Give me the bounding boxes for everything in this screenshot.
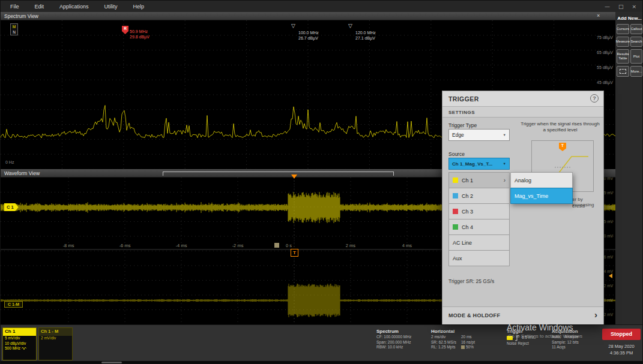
expand-chevron-icon: › xyxy=(594,309,597,320)
add-new-sidebar: Add New... Cursors Callout Measure Searc… xyxy=(615,12,643,324)
maximize-icon[interactable]: □ xyxy=(618,4,624,10)
trigger-dialog-title: TRIGGER xyxy=(448,95,479,103)
stopped-button[interactable]: Stopped xyxy=(602,329,641,340)
add-callout-button[interactable]: Callout xyxy=(630,24,642,34)
menu-item-label: Ch 3 xyxy=(462,209,473,215)
expansion-point-icon xyxy=(274,243,279,248)
spectrum-panel-title: Spectrum xyxy=(376,328,427,335)
waveform-view-title: Waveform View xyxy=(4,170,40,176)
spectrum-y-label: 65 dBµV xyxy=(583,50,613,55)
add-cursors-button[interactable]: Cursors xyxy=(617,24,629,34)
spectrum-view-title: Spectrum View xyxy=(4,13,38,19)
trigger-dialog: TRIGGER ? SETTINGS Trigger Type Edge ▼ T… xyxy=(442,91,604,324)
time-label: -6 ms xyxy=(113,243,137,248)
ch1-color-chip xyxy=(453,178,458,183)
source-menu-item-ch1[interactable]: Ch 1 › xyxy=(448,172,510,188)
trigger-dialog-header[interactable]: TRIGGER ? xyxy=(442,91,603,107)
marker-v1-frequency: 100.0 MHz xyxy=(298,31,319,35)
add-measure-button[interactable]: Measure xyxy=(617,37,629,47)
time-label: 2 ms xyxy=(339,243,363,248)
date-label: 28 May 2020 xyxy=(602,344,641,349)
trigger-flag-icon[interactable]: T xyxy=(291,249,298,257)
button-label: Results Table xyxy=(617,52,629,61)
trigger-coupling: Noise Reject xyxy=(507,341,548,347)
add-mask-button[interactable] xyxy=(617,66,629,77)
source-dropdown[interactable]: Ch 1_Mag_Vs_T... ▼ xyxy=(448,158,510,170)
help-icon[interactable]: ? xyxy=(590,94,599,103)
math-channel-badge[interactable]: C 1-M xyxy=(4,301,23,308)
timebase: 2 ms/div xyxy=(431,335,456,340)
horizontal-status-panel[interactable]: Horizontal 2 ms/div SR: 62.5 MS/s RL: 1.… xyxy=(431,328,502,350)
menu-edit[interactable]: Edit xyxy=(35,4,44,10)
pan-zoom-bar[interactable] xyxy=(163,172,394,176)
add-results-table-button[interactable]: Results Table xyxy=(617,49,629,64)
ch1-math-badge[interactable]: Ch 1 - M 2 mV/div xyxy=(38,327,73,360)
acquisition-status-panel[interactable]: Acquisition Auto, Analyze Sample: 12 bit… xyxy=(552,328,601,350)
source-label: Source xyxy=(448,151,465,157)
source-menu: Ch 1 › Ch 2 Ch 3 Ch 4 AC Line Aux xyxy=(448,173,510,266)
source-submenu: Analog Mag_vs_Time xyxy=(510,173,573,204)
bottom-edge-strip xyxy=(1,361,643,364)
trigger-panel-title: Trigger xyxy=(507,328,548,335)
submenu-item-mag-vs-time[interactable]: Mag_vs_Time xyxy=(510,188,573,204)
badge-m: M xyxy=(11,24,17,29)
spectrum-y-label: 75 dBµV xyxy=(583,35,613,40)
acquisition-mode: Auto, xyxy=(552,335,561,340)
trigger-sample-rate: Trigger SR: 25 GS/s xyxy=(448,278,494,284)
rbw: RBW: 10.0 kHz xyxy=(376,345,427,350)
bottom-edge-handle xyxy=(101,362,122,363)
ch1-math-badge-title: Ch 1 - M xyxy=(39,328,72,336)
acquisition-analyze: Analyze xyxy=(564,335,578,340)
marker-r-level: 29.8 dBµV xyxy=(130,35,149,40)
marker-v2-level: 27.1 dBµV xyxy=(355,36,375,41)
window-controls: — □ × xyxy=(605,1,636,12)
trigger-level-arrow-icon[interactable] xyxy=(609,273,612,278)
spectrum-marker-v2-icon[interactable]: ▽ xyxy=(348,23,352,29)
chevron-down-icon: ▼ xyxy=(503,133,506,137)
menu-applications[interactable]: Applications xyxy=(59,4,89,10)
add-search-button[interactable]: Search xyxy=(630,37,642,47)
source-menu-item-acline[interactable]: AC Line xyxy=(448,234,510,251)
close-icon[interactable]: × xyxy=(632,4,636,10)
more-button[interactable]: More... xyxy=(630,66,642,77)
spectrum-close-icon[interactable]: × xyxy=(597,13,600,19)
bandwidth-icon xyxy=(22,347,27,350)
add-plot-button[interactable]: Plot xyxy=(630,49,642,64)
time-label: 4 ms xyxy=(395,243,419,248)
source-menu-item-ch3[interactable]: Ch 3 xyxy=(448,203,510,219)
source-menu-item-ch4[interactable]: Ch 4 xyxy=(448,219,510,235)
record-length: RL: 1.25 Mpts xyxy=(431,345,456,350)
menu-item-label: Ch 4 xyxy=(462,224,473,230)
button-label: Plot xyxy=(633,55,639,59)
mode-holdoff-bar[interactable]: MODE & HOLDOFF › xyxy=(442,306,603,324)
trigger-type-dropdown[interactable]: Edge ▼ xyxy=(448,129,510,141)
trigger-type-value: Edge xyxy=(452,132,464,138)
marker-v2-frequency: 120.0 MHz xyxy=(355,31,376,35)
trigger-position-marker-icon[interactable] xyxy=(291,175,297,179)
spectrum-y-label: 45 dBµV xyxy=(583,80,613,85)
spectrum-view-titlebar: Spectrum View × xyxy=(1,12,615,20)
badge-n: N xyxy=(11,29,17,35)
trigger-description: Trigger when the signal rises through a … xyxy=(521,121,600,133)
menu-bar: File Edit Applications Utility Help xyxy=(1,1,643,12)
ch1-spectrum-scale: 10 dBµV/div xyxy=(3,341,36,347)
sample-rate: SR: 62.5 MS/s xyxy=(431,340,456,345)
spectrum-marker-v1-icon[interactable]: ▽ xyxy=(291,23,295,29)
time-label: -2 ms xyxy=(226,243,250,248)
trigger-type-label: Trigger Type xyxy=(448,122,477,128)
add-new-header: Add New... xyxy=(615,16,643,21)
minimize-icon[interactable]: — xyxy=(605,4,610,10)
chevron-right-icon: › xyxy=(504,177,506,183)
ch3-color-chip xyxy=(453,209,458,214)
trigger-status-panel[interactable]: Trigger 6.5 mV Noise Reject xyxy=(507,328,548,347)
submenu-item-analog[interactable]: Analog xyxy=(510,172,573,188)
ch1-badge[interactable]: Ch 1 5 mV/div 10 dBµV/div 500 MHz xyxy=(2,327,37,360)
menu-help[interactable]: Help xyxy=(133,4,145,10)
sample-interval: 16 ns/pt xyxy=(461,340,475,345)
spectrum-status-panel[interactable]: Spectrum CF: 100.00000 MHz Span: 200.000… xyxy=(376,328,427,350)
center-frequency: CF: 100.00000 MHz xyxy=(376,335,427,340)
menu-utility[interactable]: Utility xyxy=(104,4,118,10)
menu-file[interactable]: File xyxy=(10,4,19,10)
source-menu-item-aux[interactable]: Aux xyxy=(448,250,510,266)
source-menu-item-ch2[interactable]: Ch 2 xyxy=(448,188,510,204)
